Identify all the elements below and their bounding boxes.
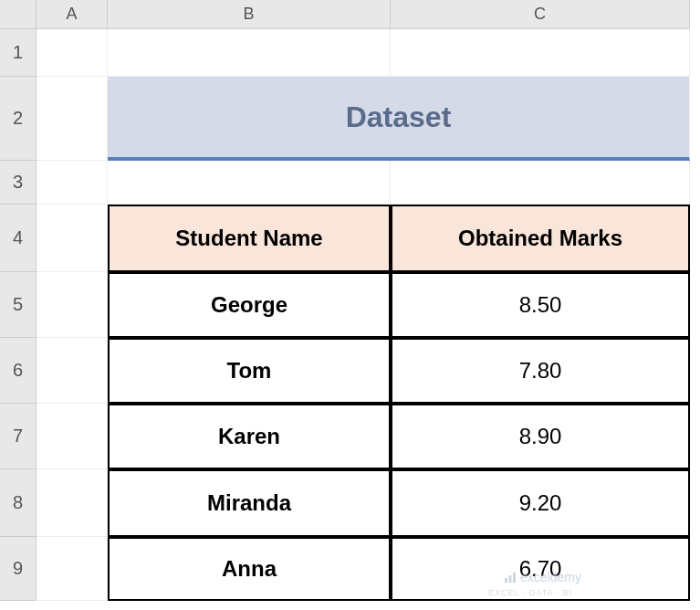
table-row[interactable]: Tom	[108, 338, 391, 404]
dataset-title[interactable]: Dataset	[108, 77, 690, 161]
row-header-2[interactable]: 2	[0, 77, 37, 161]
svg-rect-1	[509, 575, 512, 583]
table-row[interactable]: 8.90	[391, 404, 690, 469]
row-header-4[interactable]: 4	[0, 205, 37, 272]
table-header-marks[interactable]: Obtained Marks	[391, 205, 690, 272]
col-header-a[interactable]: A	[37, 0, 108, 29]
table-row[interactable]: 9.20	[391, 469, 690, 537]
watermark-tagline: EXCEL · DATA · BI	[488, 588, 572, 597]
cell-a2[interactable]	[37, 77, 108, 161]
cell-a7[interactable]	[37, 404, 108, 469]
chart-icon	[504, 571, 517, 584]
cell-c3[interactable]	[391, 161, 690, 205]
spreadsheet-grid: A B C 1 2 Dataset 3 4 Student Name Obtai…	[0, 0, 700, 601]
row-header-5[interactable]: 5	[0, 272, 37, 338]
row-header-8[interactable]: 8	[0, 469, 37, 537]
cell-a4[interactable]	[37, 205, 108, 272]
cell-b1[interactable]	[108, 29, 391, 77]
table-row[interactable]: Anna	[108, 537, 391, 601]
table-row[interactable]: 7.80	[391, 338, 690, 404]
table-header-name[interactable]: Student Name	[108, 205, 391, 272]
row-header-9[interactable]: 9	[0, 537, 37, 601]
col-header-b[interactable]: B	[108, 0, 391, 29]
cell-a1[interactable]	[37, 29, 108, 77]
col-header-c[interactable]: C	[391, 0, 690, 29]
row-header-6[interactable]: 6	[0, 338, 37, 404]
cell-a6[interactable]	[37, 338, 108, 404]
row-header-3[interactable]: 3	[0, 161, 37, 205]
svg-rect-0	[505, 578, 507, 583]
table-row[interactable]: Miranda	[108, 469, 391, 537]
cell-c1[interactable]	[391, 29, 690, 77]
row-header-7[interactable]: 7	[0, 404, 37, 469]
row-header-1[interactable]: 1	[0, 29, 37, 77]
cell-a8[interactable]	[37, 469, 108, 537]
watermark-text: exceldemy	[520, 570, 581, 584]
cell-a9[interactable]	[37, 537, 108, 601]
cell-a3[interactable]	[37, 161, 108, 205]
table-row[interactable]: Karen	[108, 404, 391, 469]
select-all-corner[interactable]	[0, 0, 37, 29]
table-row[interactable]: 8.50	[391, 272, 690, 338]
watermark-brand: exceldemy	[504, 570, 581, 584]
cell-a5[interactable]	[37, 272, 108, 338]
cell-b3[interactable]	[108, 161, 391, 205]
svg-rect-2	[513, 573, 516, 583]
table-row[interactable]: George	[108, 272, 391, 338]
